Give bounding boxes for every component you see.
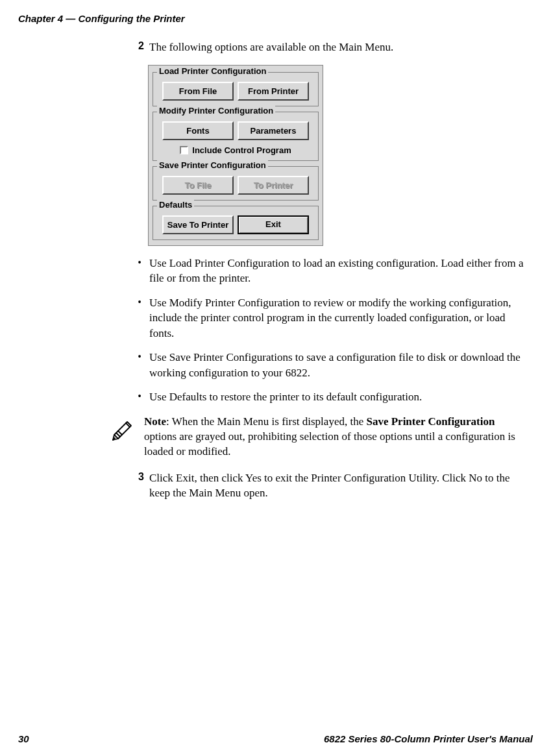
page-header: Chapter 4 — Configuring the Printer	[0, 0, 551, 24]
load-config-group: Load Printer Configuration From File Fro…	[153, 72, 319, 106]
save-to-printer-button[interactable]: Save To Printer	[162, 215, 234, 234]
to-printer-button: To Printer	[238, 176, 309, 195]
manual-title: 6822 Series 80-Column Printer User's Man…	[324, 733, 533, 744]
step-number: 2	[130, 40, 144, 55]
bullet-icon: •	[130, 350, 149, 380]
step-text: The following options are available on t…	[149, 40, 525, 55]
bullet-icon: •	[130, 295, 149, 341]
group-label: Modify Printer Configuration	[157, 106, 275, 116]
page-content: 2 The following options are available on…	[0, 24, 551, 501]
note-block: Note: When the Main Menu is first displa…	[110, 414, 525, 459]
defaults-group: Defaults Save To Printer Exit	[153, 206, 319, 240]
save-config-group: Save Printer Configuration To File To Pr…	[153, 166, 319, 201]
include-control-program-checkbox[interactable]: Include Control Program	[157, 145, 314, 155]
bullet-list: • Use Load Printer Configuration to load…	[130, 256, 525, 405]
group-label: Load Printer Configuration	[157, 66, 268, 76]
checkbox-label: Include Control Program	[192, 145, 291, 155]
from-printer-button[interactable]: From Printer	[238, 82, 309, 101]
step-number: 3	[130, 471, 144, 501]
modify-config-group: Modify Printer Configuration Fonts Param…	[153, 112, 319, 161]
group-label: Defaults	[157, 200, 194, 210]
step-3: 3 Click Exit, then click Yes to exit the…	[130, 471, 525, 501]
fonts-button[interactable]: Fonts	[162, 121, 234, 140]
note-part: : When the Main Menu is first displayed,…	[166, 415, 366, 428]
bullet-item: • Use Load Printer Configuration to load…	[130, 256, 525, 286]
bullet-item: • Use Modify Printer Configuration to re…	[130, 295, 525, 341]
parameters-button[interactable]: Parameters	[238, 121, 309, 140]
bullet-item: • Use Save Printer Configurations to sav…	[130, 350, 525, 380]
exit-button[interactable]: Exit	[238, 215, 309, 234]
to-file-button: To File	[162, 176, 234, 195]
note-part: options are grayed out, prohibiting sele…	[144, 430, 515, 457]
bullet-icon: •	[130, 389, 149, 404]
note-text: Note: When the Main Menu is first displa…	[144, 414, 525, 459]
page-footer: 30 6822 Series 80-Column Printer User's …	[0, 733, 551, 744]
step-text: Click Exit, then click Yes to exit the P…	[149, 471, 525, 501]
bullet-text: Use Modify Printer Configuration to revi…	[149, 295, 525, 341]
bullet-text: Use Load Printer Configuration to load a…	[149, 256, 525, 286]
step-2: 2 The following options are available on…	[130, 40, 525, 55]
bullet-icon: •	[130, 256, 149, 286]
from-file-button[interactable]: From File	[162, 82, 234, 101]
bullet-item: • Use Defaults to restore the printer to…	[130, 389, 525, 404]
note-bold: Save Printer Configuration	[366, 415, 495, 428]
page-number: 30	[18, 733, 29, 744]
bullet-text: Use Defaults to restore the printer to i…	[149, 389, 525, 404]
group-label: Save Printer Configuration	[157, 160, 268, 170]
pencil-icon	[110, 414, 138, 445]
checkbox-box-icon	[180, 146, 188, 154]
dialog-screenshot: Load Printer Configuration From File Fro…	[148, 65, 525, 246]
main-menu-panel: Load Printer Configuration From File Fro…	[148, 65, 323, 246]
note-prefix: Note	[144, 415, 166, 428]
bullet-text: Use Save Printer Configurations to save …	[149, 350, 525, 380]
